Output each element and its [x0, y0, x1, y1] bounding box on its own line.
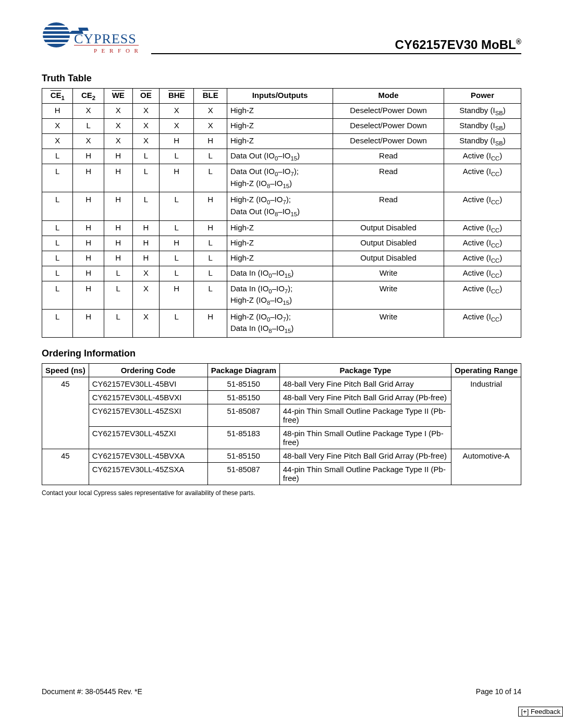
svg-rect-4 — [43, 38, 70, 40]
th-mode: Mode — [333, 89, 444, 104]
page-header: CYPRESS P E R F O R M CY62157EV30 MoBL® — [42, 18, 521, 57]
table-row: LHLXLHHigh-Z (IO0–IO7);Data In (IO8–IO15… — [42, 309, 521, 337]
page-number: Page 10 of 14 — [476, 687, 521, 696]
table-row: LHHLLLData Out (IO0–IO15)ReadActive (ICC… — [42, 149, 521, 164]
table-row: 45CY62157EV30LL-45BVXA51-8515048-ball Ve… — [42, 449, 521, 463]
th-ble: BLE — [194, 89, 227, 104]
cypress-logo: CYPRESS P E R F O R M — [42, 18, 141, 57]
table-row: HXXXXXHigh-ZDeselect/Power DownStandby (… — [42, 104, 521, 119]
doc-number: Document #: 38-05445 Rev. *E — [42, 687, 142, 696]
truth-table: CE1 CE2 WE OE BHE BLE Inputs/Outputs Mod… — [42, 88, 521, 338]
feedback-button[interactable]: [+] Feedback — [518, 707, 563, 717]
table-row: CY62157EV30LL-45ZSXA51-8508744-pin Thin … — [42, 463, 521, 485]
page-footer: Document #: 38-05445 Rev. *E Page 10 of … — [42, 687, 521, 696]
th-we: WE — [104, 89, 132, 104]
table-row: LHHHLHHigh-ZOutput DisabledActive (ICC) — [42, 220, 521, 236]
table-row: XXXXHHHigh-ZDeselect/Power DownStandby (… — [42, 134, 521, 149]
table-row: LHHHLLHigh-ZOutput DisabledActive (ICC) — [42, 251, 521, 266]
part-title: CY62157EV30 MoBL® — [151, 38, 521, 54]
ordering-title: Ordering Information — [42, 348, 521, 359]
th-diag: Package Diagram — [207, 364, 279, 377]
th-range: Operating Range — [451, 364, 521, 377]
th-power: Power — [444, 89, 521, 104]
th-code: Ordering Code — [89, 364, 207, 377]
brand-text: CYPRESS — [74, 31, 137, 46]
th-ce1: CE1 — [42, 89, 73, 104]
table-row: CY62157EV30LL-45ZSXI51-8508744-pin Thin … — [42, 404, 521, 427]
th-bhe: BHE — [160, 89, 194, 104]
table-row: XLXXXXHigh-ZDeselect/Power DownStandby (… — [42, 119, 521, 134]
svg-rect-5 — [43, 42, 70, 44]
table-row: LHHHHLHigh-ZOutput DisabledActive (ICC) — [42, 236, 521, 251]
th-ce2: CE2 — [73, 89, 104, 104]
th-speed: Speed (ns) — [42, 364, 89, 377]
table-row: LHHLLHHigh-Z (IO0–IO7);Data Out (IO8–IO1… — [42, 192, 521, 220]
ordering-footnote: Contact your local Cypress sales represe… — [42, 489, 521, 497]
svg-rect-3 — [43, 34, 70, 35]
ordering-table: Speed (ns) Ordering Code Package Diagram… — [42, 363, 521, 485]
th-oe: OE — [132, 89, 159, 104]
table-row: CY62157EV30LL-45BVXI51-8515048-ball Very… — [42, 391, 521, 404]
th-type: Package Type — [279, 364, 451, 377]
truth-table-title: Truth Table — [42, 73, 521, 84]
table-row: 45CY62157EV30LL-45BVI51-8515048-ball Ver… — [42, 377, 521, 391]
table-row: LHLXLLData In (IO0–IO15)WriteActive (ICC… — [42, 266, 521, 281]
table-row: CY62157EV30LL-45ZXI51-8518348-pin Thin S… — [42, 427, 521, 449]
tagline-text: P E R F O R M — [94, 47, 141, 54]
svg-rect-2 — [43, 30, 70, 31]
table-row: LHLXHLData In (IO0–IO7);High-Z (IO8–IO15… — [42, 281, 521, 309]
table-row: LHHLHLData Out (IO0–IO7);High-Z (IO8–IO1… — [42, 164, 521, 192]
svg-rect-1 — [43, 26, 70, 27]
th-io: Inputs/Outputs — [227, 89, 333, 104]
